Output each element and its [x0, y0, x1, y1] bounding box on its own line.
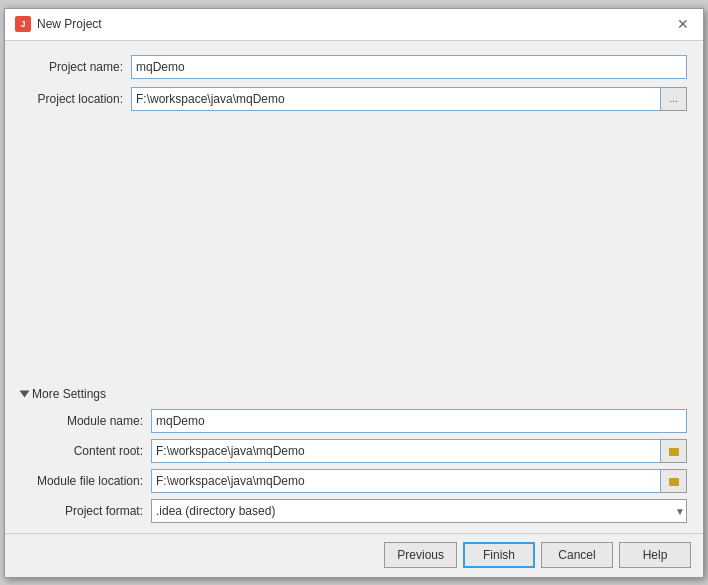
- project-name-label: Project name:: [21, 60, 131, 74]
- dialog-title: New Project: [37, 17, 102, 31]
- project-format-label: Project format:: [21, 504, 151, 518]
- project-format-select-wrapper: .idea (directory based) Eclipse (.classp…: [151, 499, 687, 523]
- module-name-row: Module name:: [21, 409, 687, 433]
- module-name-input[interactable]: [151, 409, 687, 433]
- folder-icon-2: [668, 475, 680, 487]
- content-root-label: Content root:: [21, 444, 151, 458]
- module-file-location-input[interactable]: [151, 469, 661, 493]
- module-file-location-input-group: [151, 469, 687, 493]
- more-settings-label: More Settings: [32, 387, 106, 401]
- more-settings-content: Module name: Content root:: [21, 409, 687, 523]
- content-root-row: Content root:: [21, 439, 687, 463]
- project-location-row: Project location: ...: [21, 87, 687, 111]
- module-name-label: Module name:: [21, 414, 151, 428]
- project-location-browse-button[interactable]: ...: [661, 87, 687, 111]
- close-button[interactable]: ✕: [673, 14, 693, 34]
- more-settings-section: More Settings Module name: Content root:: [21, 387, 687, 523]
- body-spacer: [21, 119, 687, 383]
- new-project-dialog: J New Project ✕ Project name: Project lo…: [4, 8, 704, 578]
- dialog-footer: Previous Finish Cancel Help: [5, 533, 703, 577]
- cancel-button[interactable]: Cancel: [541, 542, 613, 568]
- project-format-row: Project format: .idea (directory based) …: [21, 499, 687, 523]
- dialog-icon: J: [15, 16, 31, 32]
- expand-triangle-icon: [20, 390, 30, 397]
- content-root-input[interactable]: [151, 439, 661, 463]
- project-location-input[interactable]: [131, 87, 661, 111]
- finish-button[interactable]: Finish: [463, 542, 535, 568]
- help-button[interactable]: Help: [619, 542, 691, 568]
- module-file-location-browse-button[interactable]: [661, 469, 687, 493]
- content-root-browse-button[interactable]: [661, 439, 687, 463]
- module-file-location-row: Module file location:: [21, 469, 687, 493]
- project-location-input-group: ...: [131, 87, 687, 111]
- content-root-input-group: [151, 439, 687, 463]
- title-bar-left: J New Project: [15, 16, 102, 32]
- title-bar: J New Project ✕: [5, 9, 703, 41]
- project-name-row: Project name:: [21, 55, 687, 79]
- previous-button[interactable]: Previous: [384, 542, 457, 568]
- folder-icon: [668, 445, 680, 457]
- project-location-label: Project location:: [21, 92, 131, 106]
- dialog-body: Project name: Project location: ... More…: [5, 41, 703, 533]
- project-name-input[interactable]: [131, 55, 687, 79]
- more-settings-toggle[interactable]: More Settings: [21, 387, 687, 401]
- module-file-location-label: Module file location:: [21, 474, 151, 488]
- project-format-select[interactable]: .idea (directory based) Eclipse (.classp…: [151, 499, 687, 523]
